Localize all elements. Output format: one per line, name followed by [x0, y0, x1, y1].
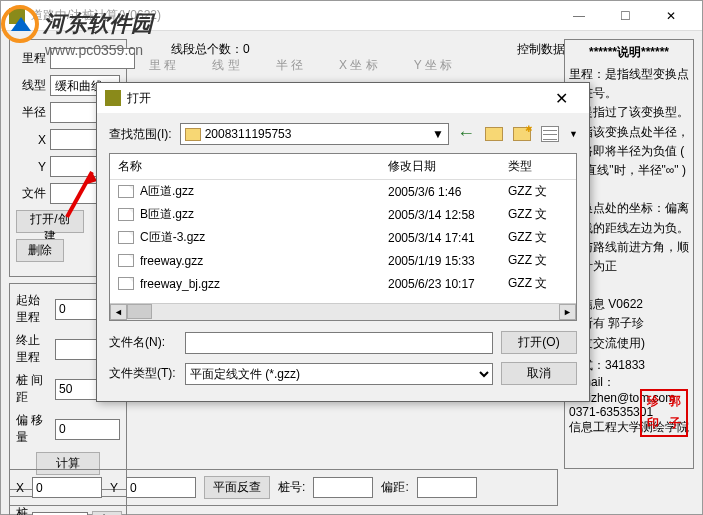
dialog-open-button[interactable]: 打开(O) [501, 331, 577, 354]
segment-count-label: 线段总个数：0 [171, 41, 250, 58]
bx-label: X [16, 481, 24, 495]
pile-no-input[interactable] [32, 512, 88, 516]
open-dialog: 打开 ✕ 查找范围(I): 2008311195753 ▼ ← ▼ 名称 修改日… [96, 82, 590, 402]
filename-label: 文件名(N): [109, 334, 177, 351]
delete-button[interactable]: 删除 [16, 239, 64, 262]
dialog-titlebar: 打开 ✕ [97, 83, 589, 113]
boffset-label: 偏距: [381, 479, 408, 496]
control-data-label: 控制数据 [517, 41, 565, 58]
table-headers: 里 程 线 型 半 径 X 坐 标 Y 坐 标 [131, 57, 470, 74]
seal-stamp: 珍郭印子 [640, 389, 688, 437]
watermark-text: 河东软件园 [43, 9, 153, 39]
close-button[interactable]: ✕ [648, 1, 694, 31]
col-name[interactable]: 名称 [118, 158, 388, 175]
dialog-cancel-button[interactable]: 取消 [501, 362, 577, 385]
col-type[interactable]: 类型 [508, 158, 568, 175]
watermark: 河东软件园 www.pc0359.cn [1, 5, 153, 58]
lookin-select[interactable]: 2008311195753 ▼ [180, 123, 449, 145]
h-scrollbar[interactable]: ◄ ► [110, 303, 576, 320]
new-folder-icon[interactable] [513, 127, 531, 141]
col-date[interactable]: 修改日期 [388, 158, 508, 175]
file-icon [118, 254, 134, 267]
boffset-input[interactable] [417, 477, 477, 498]
up-folder-icon[interactable] [485, 127, 503, 141]
lookin-label: 查找范围(I): [109, 126, 172, 143]
by-label: Y [110, 481, 118, 495]
bpile-label: 桩号: [278, 479, 305, 496]
file-icon [118, 277, 134, 290]
x-label: X [16, 133, 46, 147]
bpile-input[interactable] [313, 477, 373, 498]
reverse-lookup-button[interactable]: 平面反查 [204, 476, 270, 499]
pile-dist-label: 桩 间 距 [16, 372, 51, 406]
file-icon [118, 231, 134, 244]
scroll-left-icon[interactable]: ◄ [110, 304, 127, 320]
dialog-close-button[interactable]: ✕ [541, 89, 581, 108]
file-icon [118, 185, 134, 198]
pile-no-label: 桩号 [16, 505, 28, 515]
scroll-right-icon[interactable]: ► [559, 304, 576, 320]
maximize-button[interactable]: ☐ [602, 1, 648, 31]
file-list: 名称 修改日期 类型 A匝道.gzz2005/3/6 1:46GZZ 文B匝道.… [109, 153, 577, 321]
xianxing-label: 线型 [16, 77, 46, 94]
folder-icon [185, 128, 201, 141]
filetype-label: 文件类型(T): [109, 365, 177, 382]
view-dropdown-icon[interactable]: ▼ [569, 129, 577, 139]
file-row[interactable]: freeway_bj.gzz2005/6/23 10:17GZZ 文 [110, 272, 576, 295]
offset-input[interactable] [55, 419, 120, 440]
back-icon[interactable]: ← [457, 126, 475, 142]
minimize-button[interactable]: — [556, 1, 602, 31]
instructions-header: ******说明****** [569, 44, 689, 61]
open-create-button[interactable]: 打开/创建 [16, 210, 84, 233]
scroll-thumb[interactable] [127, 304, 152, 319]
file-row[interactable]: A匝道.gzz2005/3/6 1:46GZZ 文 [110, 180, 576, 203]
offset-label: 偏 移 量 [16, 412, 51, 446]
file-label: 文件 [16, 185, 46, 202]
end-li-label: 终止里程 [16, 332, 51, 366]
by-input[interactable] [126, 477, 196, 498]
filetype-select[interactable]: 平面定线文件 (*.gzz) [185, 363, 493, 385]
start-li-label: 起始里程 [16, 292, 51, 326]
file-icon [118, 208, 134, 221]
banjing-label: 半径 [16, 104, 46, 121]
file-list-header[interactable]: 名称 修改日期 类型 [110, 154, 576, 180]
file-row[interactable]: C匝道-3.gzz2005/3/14 17:41GZZ 文 [110, 226, 576, 249]
bottom-bar: X Y 平面反查 桩号: 偏距: [9, 469, 558, 506]
y-label: Y [16, 160, 46, 174]
file-row[interactable]: freeway.gzz2005/1/19 15:33GZZ 文 [110, 249, 576, 272]
bx-input[interactable] [32, 477, 102, 498]
dialog-title: 打开 [127, 90, 541, 107]
watermark-url: www.pc0359.cn [45, 42, 153, 58]
view-mode-icon[interactable] [541, 126, 559, 142]
filename-input[interactable] [185, 332, 493, 354]
add-pile-button[interactable]: 加桩 [92, 511, 122, 516]
file-row[interactable]: B匝道.gzz2005/3/14 12:58GZZ 文 [110, 203, 576, 226]
dialog-icon [105, 90, 121, 106]
